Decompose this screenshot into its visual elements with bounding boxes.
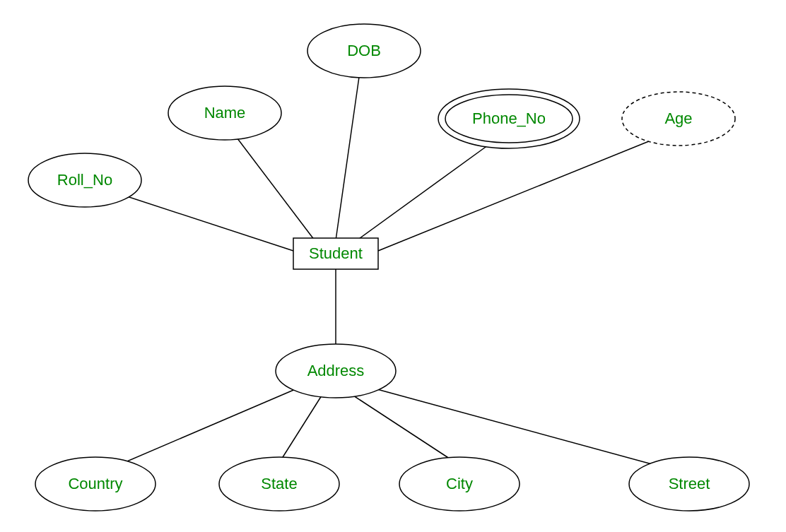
edge-student-dob [336,67,360,240]
edge-address-street [375,389,686,473]
edge-student-name [226,124,315,240]
edge-student-phone [357,138,498,240]
attribute-dob-label: DOB [347,42,381,59]
entity-student-label: Student [309,244,363,262]
attribute-address-label: Address [307,362,365,379]
attribute-dob: DOB [307,24,421,78]
attribute-phone-no-label: Phone_No [472,110,546,127]
attribute-state-label: State [261,475,297,492]
attribute-roll-no-label: Roll_No [57,171,112,189]
attribute-age-label: Age [664,110,692,127]
attribute-city: City [399,457,520,511]
er-diagram: Student Roll_No Name DOB Phone_No Age Ad… [0,0,786,532]
attribute-name: Name [168,86,281,140]
attribute-age: Age [622,92,735,146]
attribute-street: Street [629,457,749,511]
edge-address-state [279,396,322,463]
entity-student: Student [293,238,378,269]
edge-student-age [378,131,675,251]
attribute-address: Address [276,344,396,398]
attribute-roll-no: Roll_No [28,153,141,207]
attribute-state: State [219,457,339,511]
attribute-street-label: Street [669,475,710,492]
attribute-city-label: City [446,475,473,492]
attribute-country: Country [35,457,156,511]
attribute-name-label: Name [204,104,246,122]
edge-address-city [353,396,456,463]
attribute-country-label: Country [68,475,122,492]
attribute-phone-no: Phone_No [438,89,580,148]
